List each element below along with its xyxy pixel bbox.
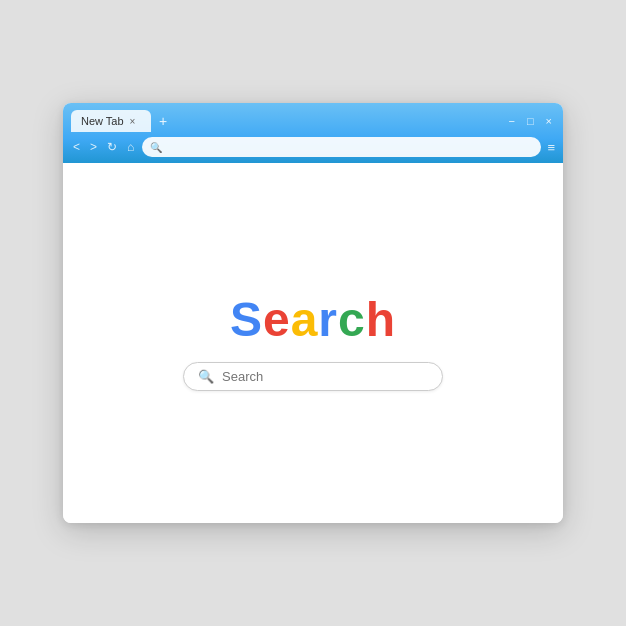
maximize-button[interactable]: □ — [524, 115, 537, 127]
logo-letter-e: e — [263, 293, 291, 346]
search-input-container[interactable]: 🔍 — [183, 362, 443, 391]
logo-letter-h: h — [366, 293, 396, 346]
browser-content: Search 🔍 — [63, 163, 563, 523]
logo-letter-c: c — [338, 293, 366, 346]
home-button[interactable]: ⌂ — [125, 140, 136, 154]
address-bar[interactable]: 🔍 — [142, 137, 541, 157]
browser-menu-button[interactable]: ≡ — [547, 140, 555, 155]
tab-label: New Tab — [81, 115, 124, 127]
refresh-button[interactable]: ↻ — [105, 140, 119, 154]
back-button[interactable]: < — [71, 140, 82, 154]
tab-bar: New Tab × + − □ × — [63, 103, 563, 133]
forward-button[interactable]: > — [88, 140, 99, 154]
tab-close-icon[interactable]: × — [130, 116, 136, 127]
address-bar-row: < > ↻ ⌂ 🔍 ≡ — [63, 133, 563, 163]
search-logo: Search — [230, 296, 396, 344]
minimize-button[interactable]: − — [505, 115, 517, 127]
close-button[interactable]: × — [543, 115, 555, 127]
logo-letter-s: S — [230, 293, 263, 346]
address-search-icon: 🔍 — [150, 142, 162, 153]
browser-chrome: New Tab × + − □ × < > ↻ ⌂ 🔍 ≡ — [63, 103, 563, 163]
search-input[interactable] — [222, 369, 428, 384]
window-controls: − □ × — [505, 115, 555, 127]
browser-window: New Tab × + − □ × < > ↻ ⌂ 🔍 ≡ Search — [63, 103, 563, 523]
logo-letter-a: a — [291, 293, 319, 346]
logo-letter-r: r — [318, 293, 338, 346]
search-icon: 🔍 — [198, 369, 214, 384]
new-tab-button[interactable]: + — [155, 113, 171, 129]
browser-tab[interactable]: New Tab × — [71, 110, 151, 132]
